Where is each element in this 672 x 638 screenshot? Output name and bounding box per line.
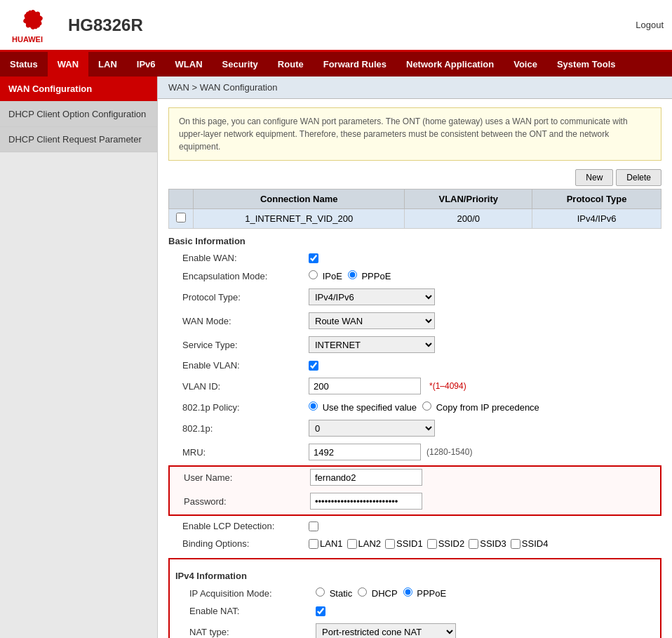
nav-ipv6[interactable]: IPv6 bbox=[127, 52, 166, 77]
binding-ssid3-checkbox[interactable] bbox=[469, 539, 478, 549]
logout-button[interactable]: Logout bbox=[636, 20, 664, 30]
protocol-type-value: IPv4/IPv6 bbox=[309, 288, 661, 305]
binding-ssid1[interactable]: SSID1 bbox=[385, 538, 423, 549]
enable-nat-value bbox=[316, 606, 654, 616]
password-label: Password: bbox=[170, 496, 310, 507]
basic-info-title: Basic Information bbox=[168, 236, 661, 246]
enable-vlan-row: Enable VLAN: bbox=[168, 358, 661, 373]
8021p-val-row: 802.1p: 0 bbox=[168, 418, 661, 439]
ip-acq-pppoe-radio[interactable] bbox=[403, 587, 412, 597]
username-input[interactable] bbox=[310, 469, 422, 486]
binding-lan1[interactable]: LAN1 bbox=[309, 538, 343, 549]
policy-8021p-label: 802.1p Policy: bbox=[168, 402, 309, 413]
username-label: User Name: bbox=[170, 472, 310, 483]
policy-copy-radio[interactable] bbox=[422, 401, 431, 411]
ip-acq-row: IP Acquisition Mode: Static DHCP PPPoE bbox=[175, 585, 654, 601]
sidebar: WAN Configuration DHCP Client Option Con… bbox=[0, 77, 158, 638]
8021p-val-value: 0 bbox=[309, 420, 661, 437]
binding-row: Binding Options: LAN1 LAN2 SSID1 SSID2 S… bbox=[168, 536, 661, 551]
8021p-select[interactable]: 0 bbox=[309, 420, 435, 437]
nat-type-row: NAT type: Port-restricted cone NAT bbox=[175, 621, 654, 638]
password-input[interactable] bbox=[310, 493, 422, 510]
vlan-id-label: VLAN ID: bbox=[168, 381, 309, 392]
sidebar-item-dhcp-request[interactable]: DHCP Client Request Parameter bbox=[0, 127, 157, 152]
enable-nat-label: Enable NAT: bbox=[175, 606, 316, 616]
encap-ipoe-radio[interactable] bbox=[309, 270, 318, 279]
enable-wan-checkbox[interactable] bbox=[309, 253, 318, 263]
row-checkbox[interactable] bbox=[176, 213, 186, 222]
encap-ipoe-label[interactable]: IPoE bbox=[309, 270, 342, 281]
main-content: WAN > WAN Configuration On this page, yo… bbox=[158, 77, 672, 638]
binding-ssid1-checkbox[interactable] bbox=[385, 539, 395, 549]
info-box: On this page, you can configure WAN port… bbox=[168, 107, 661, 161]
enable-nat-checkbox[interactable] bbox=[316, 606, 325, 616]
binding-ssid4-checkbox[interactable] bbox=[511, 539, 520, 549]
binding-ssid2-checkbox[interactable] bbox=[427, 539, 437, 549]
sidebar-item-wan-config[interactable]: WAN Configuration bbox=[0, 77, 157, 102]
protocol-type-select[interactable]: IPv4/IPv6 bbox=[309, 288, 435, 305]
ip-acq-dhcp-label[interactable]: DHCP bbox=[358, 587, 397, 599]
nav-security[interactable]: Security bbox=[213, 52, 268, 77]
nav-wlan[interactable]: WLAN bbox=[166, 52, 213, 77]
lcp-checkbox[interactable] bbox=[309, 521, 318, 531]
ip-acq-dhcp-radio[interactable] bbox=[358, 587, 367, 597]
username-value bbox=[310, 469, 660, 486]
service-type-label: Service Type: bbox=[168, 340, 309, 350]
nav-forward-rules[interactable]: Forward Rules bbox=[314, 52, 396, 77]
nat-type-value: Port-restricted cone NAT bbox=[316, 623, 654, 638]
new-button[interactable]: New bbox=[575, 169, 613, 186]
delete-button[interactable]: Delete bbox=[616, 169, 661, 186]
nav-system-tools[interactable]: System Tools bbox=[547, 52, 626, 77]
basic-info-section: Basic Information Enable WAN: Encapsulat… bbox=[168, 236, 661, 551]
binding-options-group: LAN1 LAN2 SSID1 SSID2 SSID3 SSID4 bbox=[309, 538, 548, 549]
8021p-val-label: 802.1p: bbox=[168, 423, 309, 434]
mru-label: MRU: bbox=[168, 447, 309, 458]
nat-type-select[interactable]: Port-restricted cone NAT bbox=[316, 623, 456, 638]
ip-acq-static-radio[interactable] bbox=[316, 587, 325, 597]
enable-vlan-label: Enable VLAN: bbox=[168, 360, 309, 371]
col-protocol-type: Protocol Type bbox=[532, 190, 661, 209]
wan-mode-row: WAN Mode: Route WAN bbox=[168, 310, 661, 331]
wan-table: Connection Name VLAN/Priority Protocol T… bbox=[168, 189, 661, 229]
mru-input[interactable] bbox=[309, 444, 421, 460]
sidebar-item-dhcp-option[interactable]: DHCP Client Option Configuration bbox=[0, 102, 157, 127]
nav-status[interactable]: Status bbox=[0, 52, 48, 77]
breadcrumb: WAN > WAN Configuration bbox=[158, 77, 672, 99]
encapsulation-row: Encapsulation Mode: IPoE PPPoE bbox=[168, 268, 661, 284]
service-type-select[interactable]: INTERNET bbox=[309, 336, 435, 353]
policy-copy-label[interactable]: Copy from IP precedence bbox=[422, 401, 539, 413]
table-buttons: New Delete bbox=[168, 169, 661, 186]
ip-acq-static-label[interactable]: Static bbox=[316, 587, 352, 599]
binding-lan1-checkbox[interactable] bbox=[309, 539, 318, 549]
binding-lan2[interactable]: LAN2 bbox=[347, 538, 382, 549]
nav-network-application[interactable]: Network Application bbox=[396, 52, 504, 77]
ip-acq-value: Static DHCP PPPoE bbox=[316, 587, 654, 599]
table-row[interactable]: 1_INTERNET_R_VID_200 200/0 IPv4/IPv6 bbox=[169, 209, 661, 229]
nav-route[interactable]: Route bbox=[268, 52, 314, 77]
policy-specified-radio[interactable] bbox=[309, 401, 318, 411]
password-row: Password: bbox=[170, 491, 660, 512]
vlan-id-input[interactable] bbox=[309, 378, 421, 394]
nav-voice[interactable]: Voice bbox=[504, 52, 547, 77]
wan-mode-select[interactable]: Route WAN bbox=[309, 312, 435, 329]
enable-vlan-checkbox[interactable] bbox=[309, 361, 318, 371]
table-section: New Delete Connection Name VLAN/Priority… bbox=[168, 169, 661, 229]
row-vlan-priority: 200/0 bbox=[405, 209, 532, 229]
service-type-row: Service Type: INTERNET bbox=[168, 334, 661, 355]
nav-wan[interactable]: WAN bbox=[48, 52, 88, 77]
encapsulation-label: Encapsulation Mode: bbox=[168, 271, 309, 281]
encapsulation-value: IPoE PPPoE bbox=[309, 270, 661, 281]
binding-ssid2[interactable]: SSID2 bbox=[427, 538, 465, 549]
binding-ssid3[interactable]: SSID3 bbox=[469, 538, 506, 549]
encap-pppoe-radio[interactable] bbox=[348, 270, 357, 279]
encap-pppoe-label[interactable]: PPPoE bbox=[348, 270, 391, 281]
nav-lan[interactable]: LAN bbox=[88, 52, 127, 77]
policy-specified-label[interactable]: Use the specified value bbox=[309, 401, 417, 413]
header: HUAWEI HG8326R Logout bbox=[0, 0, 672, 52]
protocol-type-label: Protocol Type: bbox=[168, 292, 309, 303]
binding-lan2-checkbox[interactable] bbox=[347, 539, 357, 549]
binding-ssid4[interactable]: SSID4 bbox=[511, 538, 549, 549]
row-checkbox-cell[interactable] bbox=[169, 209, 194, 229]
ip-acq-pppoe-label[interactable]: PPPoE bbox=[403, 587, 447, 599]
svg-text:HUAWEI: HUAWEI bbox=[12, 35, 43, 44]
